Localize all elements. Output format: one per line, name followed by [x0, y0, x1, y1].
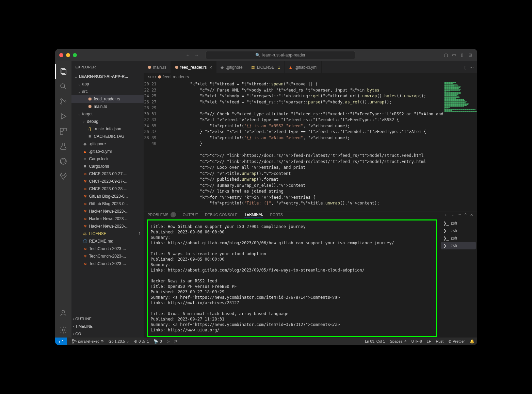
explorer-sidebar: EXPLORER ⋯ ⌄ LEARN-RUST-AI-APP-R... ⌄app… — [71, 61, 144, 338]
layout-panel-icon[interactable]: ▭ — [451, 52, 457, 58]
file-row[interactable]: ◆.gitignore — [71, 140, 144, 148]
minimap[interactable]: ████████████████████████████ ███████████… — [443, 81, 477, 212]
folder-row[interactable]: ⌄target — [71, 110, 144, 118]
prettier-status[interactable]: ⊘ Prettier — [448, 339, 465, 344]
panel-tab[interactable]: PORTS — [270, 213, 283, 217]
source-control-activity[interactable] — [55, 94, 71, 109]
live-share-status[interactable]: ⇄ — [174, 339, 177, 344]
debug-status[interactable]: ▷ — [167, 339, 170, 344]
project-header[interactable]: ⌄ LEARN-RUST-AI-APP-R... — [71, 73, 144, 80]
panel-close-icon[interactable]: ✕ — [470, 213, 473, 217]
tab-label: .gitignore — [226, 65, 242, 70]
search-activity[interactable] — [55, 79, 71, 94]
file-row[interactable]: ≋CNCF-2023-09-28-... — [71, 185, 144, 193]
terminal-output[interactable]: Title: How GitLab can support your ISO 2… — [147, 219, 437, 337]
go-version-status[interactable]: Go 1.20.5 ⌄ — [109, 339, 129, 344]
file-row[interactable]: ≋GitLab Blog-2023-0... — [71, 193, 144, 200]
file-label: TechCrunch-2023-... — [89, 261, 126, 266]
file-row[interactable]: ≡Cargo.toml — [71, 163, 144, 170]
maximize-window-button[interactable] — [73, 53, 77, 57]
file-row[interactable]: {}.rustc_info.json — [71, 125, 144, 133]
file-row[interactable]: ≋TechCrunch-2023-... — [71, 260, 144, 267]
code-editor[interactable]: "k">let "t">thread = "t">thread::spawn("… — [161, 81, 443, 212]
editor-tab[interactable]: ⚖LICENSE1 — [247, 61, 285, 73]
editor-tab[interactable]: ▲.gitlab-ci.yml — [285, 61, 322, 73]
nav-forward-button[interactable]: → — [194, 52, 199, 58]
panel-tab[interactable]: TERMINAL — [244, 212, 263, 217]
file-label: Cargo.toml — [89, 164, 109, 169]
encoding-status[interactable]: UTF-8 — [411, 339, 422, 343]
indent-status[interactable]: Spaces: 4 — [390, 339, 406, 343]
terminal-list-item[interactable]: ❯_zsh — [441, 234, 476, 242]
file-row[interactable]: ≋CNCF-2023-09-27-... — [71, 170, 144, 178]
settings-activity[interactable] — [55, 323, 71, 338]
timeline-section[interactable]: ›TIMELINE — [71, 323, 144, 330]
window-controls — [59, 53, 77, 57]
nav-back-button[interactable]: ← — [186, 52, 190, 58]
panel-tab[interactable]: PROBLEMS1 — [148, 212, 176, 217]
file-row[interactable]: ≡CACHEDIR.TAG — [71, 133, 144, 140]
file-row[interactable]: ≋TechCrunch-2023-... — [71, 252, 144, 260]
tab-more-icon[interactable]: ⋯ — [469, 65, 474, 70]
panel-tab[interactable]: DEBUG CONSOLE — [205, 213, 238, 217]
new-terminal-icon[interactable]: ＋ — [444, 212, 448, 217]
layout-sidebar-right-icon[interactable]: ▯ — [460, 52, 465, 58]
file-row[interactable]: ≋Hacker News-2023-... — [71, 208, 144, 215]
file-row[interactable]: ≋GitLab Blog-2023-0... — [71, 200, 144, 208]
sidebar-more-icon[interactable]: ⋯ — [136, 65, 140, 69]
cursor-position-status[interactable]: Ln 83, Col 1 — [365, 339, 385, 343]
testing-activity[interactable] — [55, 139, 71, 154]
language-status[interactable]: Rust — [436, 339, 444, 343]
command-center-search[interactable]: 🔍 learn-rust-ai-app-reader — [206, 51, 355, 59]
layout-sidebar-left-icon[interactable]: ▢ — [443, 52, 449, 58]
panel-maximize-icon[interactable]: ^ — [465, 213, 466, 217]
folder-row[interactable]: ⌄src — [71, 88, 144, 95]
terminal-list-item[interactable]: ❯_zsh — [441, 242, 476, 249]
file-row[interactable]: ≋Hacker News-2023-... — [71, 223, 144, 230]
breadcrumb[interactable]: src › ⬢ feed_reader.rs — [144, 73, 477, 81]
folder-row[interactable]: ›debug — [71, 118, 144, 125]
file-row[interactable]: ⓘREADME.md — [71, 237, 144, 245]
activity-bar — [55, 61, 71, 338]
sidebar-header: EXPLORER ⋯ — [71, 61, 144, 73]
file-row[interactable]: ⬢main.rs — [71, 103, 144, 110]
split-editor-icon[interactable]: ▯ — [464, 65, 467, 70]
radio-status[interactable]: 📡 0 — [154, 339, 162, 344]
vscode-window: ← → 🔍 learn-rust-ai-app-reader ▢ ▭ ▯ ⊞ — [55, 49, 477, 345]
file-row[interactable]: ≋Hacker News-2023-... — [71, 215, 144, 223]
eol-status[interactable]: LF — [427, 339, 431, 343]
svg-point-6 — [65, 101, 66, 102]
tab-close-icon[interactable]: × — [209, 65, 212, 70]
file-row[interactable]: ≡Cargo.lock — [71, 155, 144, 163]
github-activity[interactable] — [55, 154, 71, 169]
file-row[interactable]: ≋CNCF-2023-09-27-... — [71, 178, 144, 185]
panel-tab[interactable]: OUTPUT — [183, 213, 198, 217]
file-row[interactable]: ≋TechCrunch-2023-... — [71, 245, 144, 252]
editor-tab[interactable]: ⬢main.rs — [144, 61, 171, 73]
gitlab-activity[interactable] — [55, 169, 71, 184]
file-row[interactable]: ⚖LICENSE1 — [71, 230, 144, 237]
terminal-list-item[interactable]: ❯_zsh — [441, 219, 476, 227]
project-name: LEARN-RUST-AI-APP-R... — [79, 74, 128, 79]
extensions-activity[interactable] — [55, 124, 71, 139]
explorer-activity[interactable] — [55, 64, 71, 79]
editor-tab[interactable]: ⬢feed_reader.rs× — [171, 61, 217, 73]
close-window-button[interactable] — [59, 53, 63, 57]
folder-row[interactable]: ⌄app — [71, 80, 144, 88]
panel-more-icon[interactable]: ⋯ — [457, 213, 461, 217]
terminal-list-item[interactable]: ❯_zsh — [441, 227, 476, 234]
remote-indicator[interactable] — [55, 338, 67, 345]
problems-status[interactable]: ⊘ 0 ⚠ 1 — [134, 339, 149, 344]
go-section[interactable]: ›GO — [71, 330, 144, 338]
run-debug-activity[interactable] — [55, 109, 71, 124]
branch-status[interactable]: parallel-exec ⟳ — [71, 339, 104, 344]
minimize-window-button[interactable] — [66, 53, 70, 57]
outline-section[interactable]: ›OUTLINE — [71, 315, 144, 323]
notifications-icon[interactable]: 🔔 — [470, 339, 474, 344]
terminal-dropdown-icon[interactable]: ⌄ — [451, 213, 454, 217]
layout-customize-icon[interactable]: ⊞ — [468, 52, 473, 58]
editor-tab[interactable]: ◆.gitignore — [216, 61, 247, 73]
accounts-activity[interactable] — [55, 306, 71, 321]
file-row[interactable]: ▲.gitlab-ci.yml — [71, 148, 144, 155]
file-row[interactable]: ⬢feed_reader.rs — [71, 95, 144, 103]
